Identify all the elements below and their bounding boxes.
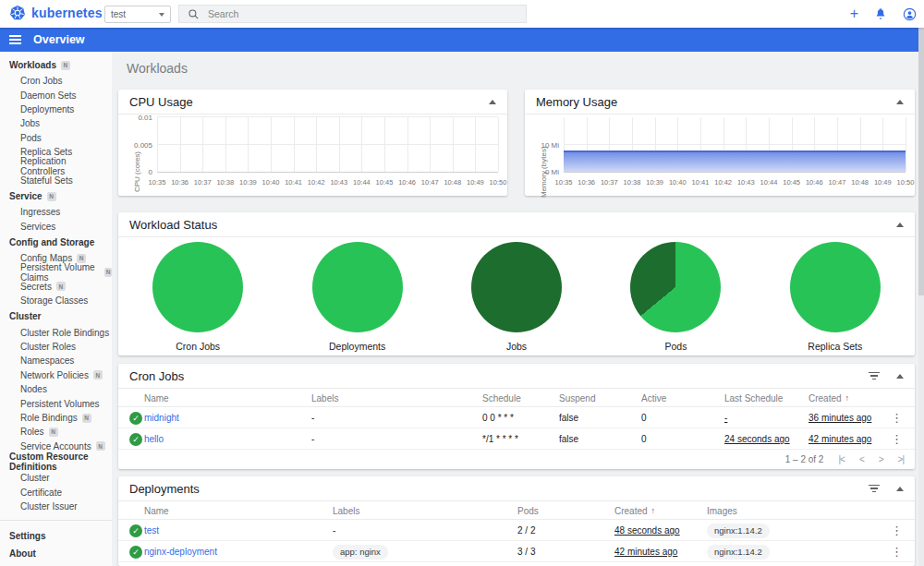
collapse-icon[interactable] <box>896 374 904 379</box>
memory-plot-area: 10:3510:3610:3710:3810:3910:4010:4110:42… <box>564 117 906 173</box>
gridline <box>475 117 476 172</box>
sidebar-item-jobs[interactable]: Jobs <box>0 116 112 130</box>
sidebar-item-cron-jobs[interactable]: Cron Jobs <box>0 74 112 88</box>
x-tick-label: 10:43 <box>737 178 755 187</box>
status-ok-icon: ✓ <box>129 546 142 559</box>
kebab-menu-icon[interactable]: ⋮ <box>891 545 903 559</box>
menu-icon[interactable] <box>9 35 21 44</box>
sidebar-item-cluster[interactable]: Cluster <box>0 471 112 485</box>
sidebar-item-deployments[interactable]: Deployments <box>0 102 112 116</box>
sidebar-item-about[interactable]: About <box>0 545 112 562</box>
create-resource-button[interactable]: + <box>850 6 858 21</box>
label-chip: app: nginx <box>333 545 388 560</box>
column-header-pods[interactable]: Pods <box>517 501 539 520</box>
memory-area-series <box>564 151 906 172</box>
labels-cell: - <box>333 520 335 541</box>
gridline <box>157 117 158 172</box>
collapse-icon[interactable] <box>896 100 904 104</box>
next-page-button[interactable]: > <box>879 454 883 464</box>
sidebar-item-namespaces[interactable]: Namespaces <box>0 354 112 367</box>
filter-icon[interactable] <box>869 372 880 380</box>
column-header-name[interactable]: Name <box>144 501 169 520</box>
sidebar-item-cluster-roles[interactable]: Cluster Roles <box>0 340 112 354</box>
sidebar-item-label: Cluster Role Bindings <box>20 328 109 338</box>
column-header-created[interactable]: Created↑ <box>614 501 655 520</box>
sidebar-item-certificate[interactable]: Certificate <box>0 485 112 499</box>
sidebar-item-services[interactable]: Services <box>0 220 112 234</box>
y-tick-label: 0 <box>149 168 152 176</box>
sidebar-item-network-policies[interactable]: Network PoliciesN <box>0 368 112 382</box>
sidebar-item-cluster[interactable]: Cluster <box>0 307 112 325</box>
kebab-menu-icon[interactable]: ⋮ <box>891 432 903 446</box>
pie-chart-pods[interactable] <box>630 242 721 332</box>
filter-icon[interactable] <box>869 485 880 493</box>
first-page-button[interactable]: |< <box>838 454 844 464</box>
pie-chart-deployments[interactable] <box>312 242 403 332</box>
column-header-label: Pods <box>517 506 539 516</box>
sidebar-item-label: Service Accounts <box>20 441 91 452</box>
created-cell[interactable]: 48 seconds ago <box>614 520 680 541</box>
sidebar-item-workloads[interactable]: WorkloadsN <box>0 56 112 74</box>
row-actions-cell: ⋮ <box>891 428 903 450</box>
kebab-menu-icon[interactable]: ⋮ <box>891 524 903 537</box>
sidebar-item-nodes[interactable]: Nodes <box>0 382 112 396</box>
sidebar-item-label: Custom Resource Definitions <box>9 452 112 472</box>
pie-chart-replica-sets[interactable] <box>790 242 881 332</box>
search-input[interactable]: Search <box>178 5 527 23</box>
column-header-suspend[interactable]: Suspend <box>559 389 595 407</box>
created-cell[interactable]: 42 minutes ago <box>614 541 677 562</box>
card-title: Workload Status <box>129 218 217 232</box>
x-tick-label: 10:46 <box>398 178 416 187</box>
collapse-icon[interactable] <box>896 487 904 491</box>
pie-chart-cron-jobs[interactable] <box>152 242 243 332</box>
collapse-icon[interactable] <box>896 223 904 227</box>
last-schedule-cell[interactable]: - <box>724 407 727 428</box>
column-header-name[interactable]: Name <box>144 389 169 407</box>
kebab-menu-icon[interactable]: ⋮ <box>891 411 903 425</box>
sidebar-item-replication-controllers[interactable]: Replication Controllers <box>0 159 112 173</box>
deployment-name-link[interactable]: test <box>144 520 159 541</box>
sidebar-item-cluster-issuer[interactable]: Cluster Issuer <box>0 500 112 513</box>
workload-status-pods: Pods <box>596 242 755 352</box>
pie-chart-jobs[interactable] <box>471 242 562 332</box>
column-header-schedule[interactable]: Schedule <box>482 389 521 407</box>
sidebar-item-label: Roles <box>20 427 44 437</box>
scrollbar-thumb[interactable] <box>918 28 924 295</box>
notifications-button[interactable] <box>874 7 887 20</box>
column-header-labels[interactable]: Labels <box>333 501 359 520</box>
column-header-labels[interactable]: Labels <box>311 389 338 407</box>
topbar-actions: + <box>850 0 917 28</box>
sidebar-item-ingresses[interactable]: Ingresses <box>0 205 112 219</box>
deployment-name-link[interactable]: nginx-deployment <box>144 541 217 562</box>
collapse-icon[interactable] <box>489 100 496 104</box>
sidebar-item-role-bindings[interactable]: Role BindingsN <box>0 411 112 425</box>
sidebar-item-roles[interactable]: RolesN <box>0 425 112 439</box>
column-header-last-schedule[interactable]: Last Schedule <box>724 389 783 407</box>
sidebar-item-config-and-storage[interactable]: Config and Storage <box>0 234 112 251</box>
cronjob-name-link[interactable]: midnight <box>144 407 179 428</box>
sidebar-item-pods[interactable]: Pods <box>0 131 112 145</box>
namespace-select[interactable]: test <box>104 6 171 23</box>
sidebar-item-daemon-sets[interactable]: Daemon Sets <box>0 88 112 102</box>
namespaced-badge: N <box>82 414 91 423</box>
cronjob-name-link[interactable]: hello <box>144 428 164 450</box>
column-header-images[interactable]: Images <box>707 501 737 520</box>
sidebar-item-persistent-volumes[interactable]: Persistent Volumes <box>0 396 112 410</box>
sidebar-item-persistent-volume-claims[interactable]: Persistent Volume ClaimsN <box>0 265 112 279</box>
sidebar-item-label: Nodes <box>20 384 47 394</box>
sidebar-item-storage-classes[interactable]: Storage Classes <box>0 294 112 307</box>
prev-page-button[interactable]: < <box>859 454 864 464</box>
created-cell[interactable]: 36 minutes ago <box>808 407 871 428</box>
sidebar-item-service[interactable]: ServiceN <box>0 187 112 205</box>
column-header-active[interactable]: Active <box>641 389 666 407</box>
sidebar-item-cluster-role-bindings[interactable]: Cluster Role Bindings <box>0 325 112 339</box>
sidebar-item-custom-resource-definitions[interactable]: Custom Resource Definitions <box>0 453 112 471</box>
account-button[interactable] <box>903 7 917 21</box>
last-schedule-cell[interactable]: 24 seconds ago <box>724 428 790 450</box>
sidebar-item-settings[interactable]: Settings <box>0 527 112 545</box>
last-page-button[interactable]: >| <box>898 454 904 464</box>
gridline <box>384 117 385 172</box>
gridline <box>157 144 498 145</box>
created-cell[interactable]: 42 minutes ago <box>808 428 871 450</box>
column-header-created[interactable]: Created↑ <box>808 389 849 407</box>
